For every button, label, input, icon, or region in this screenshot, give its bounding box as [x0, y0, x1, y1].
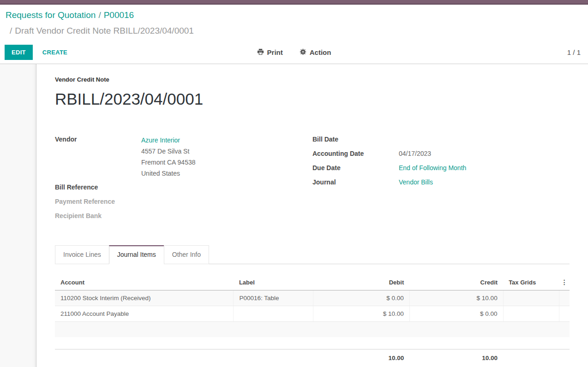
action-button[interactable]: Action	[300, 48, 331, 57]
vendor-value: Azure Interior 4557 De Silva St Fremont …	[141, 135, 196, 179]
cell-credit: $ 10.00	[409, 290, 503, 306]
totals-empty	[559, 349, 570, 366]
main-content: Vendor Credit Note RBILL/2023/04/0001 Ve…	[0, 64, 588, 367]
column-header-account[interactable]: Account	[55, 274, 234, 290]
cell-debit: $ 0.00	[313, 290, 410, 306]
vendor-link[interactable]: Azure Interior	[141, 136, 180, 144]
bill-reference-field[interactable]: Bill Reference	[55, 183, 312, 192]
column-header-tax-grids[interactable]: Tax Grids	[503, 274, 559, 290]
brand-top-bar	[0, 0, 588, 5]
breadcrumb-separator: /	[96, 10, 103, 20]
accounting-date-label: Accounting Date	[312, 149, 399, 159]
journal-label: Journal	[312, 178, 399, 187]
total-debit: 10.00	[313, 349, 410, 366]
pager[interactable]: 1 / 1	[567, 48, 581, 56]
printer-icon	[257, 48, 264, 57]
due-date-link[interactable]: End of Following Month	[399, 164, 466, 172]
document-type-label: Vendor Credit Note	[55, 76, 570, 83]
vendor-field: Vendor Azure Interior 4557 De Silva St F…	[55, 135, 312, 179]
column-header-label[interactable]: Label	[234, 274, 313, 290]
table-header-row: Account Label Debit Credit Tax Grids ⋮	[55, 274, 570, 290]
left-gutter	[0, 64, 36, 367]
field-group-right: Bill Date Accounting Date 04/17/2023 Due…	[312, 135, 570, 225]
totals-row: 10.00 10.00	[55, 349, 570, 366]
control-bar: EDIT CREATE Print	[0, 41, 588, 64]
spacer-row	[55, 337, 570, 349]
print-button[interactable]: Print	[257, 48, 283, 57]
payment-reference-field[interactable]: Payment Reference	[55, 197, 312, 207]
vendor-street: 4557 De Silva St	[141, 146, 196, 157]
action-label: Action	[310, 48, 331, 56]
form-sheet: Vendor Credit Note RBILL/2023/04/0001 Ve…	[36, 64, 588, 367]
tab-invoice-lines[interactable]: Invoice Lines	[55, 245, 109, 264]
field-groups: Vendor Azure Interior 4557 De Silva St F…	[55, 135, 570, 225]
breadcrumb-current-label: Draft Vendor Credit Note RBILL/2023/04/0…	[15, 26, 194, 36]
accounting-date-field: Accounting Date 04/17/2023	[312, 149, 570, 159]
document-title: RBILL/2023/04/0001	[55, 89, 570, 109]
journal-field: Journal Vendor Bills	[312, 178, 570, 187]
column-header-credit[interactable]: Credit	[409, 274, 503, 290]
journal-link[interactable]: Vendor Bills	[399, 178, 433, 186]
vendor-city: Fremont CA 94538	[141, 157, 196, 168]
vendor-label: Vendor	[55, 135, 141, 179]
breadcrumb: Requests for Quotation/P00016 /Draft Ven…	[0, 5, 588, 41]
cell-credit: $ 0.00	[409, 306, 503, 322]
cell-tax-grids	[503, 290, 559, 306]
optional-columns-icon[interactable]: ⋮	[561, 278, 568, 286]
column-header-debit[interactable]: Debit	[313, 274, 410, 290]
due-date-label: Due Date	[312, 163, 399, 173]
center-actions: Print Action	[0, 41, 588, 64]
bill-date-field[interactable]: Bill Date	[312, 135, 570, 144]
table-row[interactable]: 110200 Stock Interim (Received) P00016: …	[55, 290, 570, 306]
cell-tax-grids	[503, 306, 559, 322]
totals-empty	[55, 349, 234, 366]
cell-account: 211000 Account Payable	[55, 306, 234, 322]
vendor-country: United States	[141, 168, 196, 179]
cell-debit: $ 10.00	[313, 306, 410, 322]
cell-label: P00016: Table	[234, 290, 313, 306]
empty-row	[55, 322, 570, 337]
journal-items-table: Account Label Debit Credit Tax Grids ⋮ 1…	[55, 274, 570, 366]
notebook-tabs: Invoice Lines Journal Items Other Info	[55, 245, 570, 264]
print-label: Print	[267, 48, 283, 56]
cell-menu	[559, 306, 570, 322]
breadcrumb-separator-2: /	[10, 26, 15, 36]
tab-journal-items[interactable]: Journal Items	[109, 245, 164, 264]
breadcrumb-link-requests-for-quotation[interactable]: Requests for Quotation	[6, 10, 96, 20]
recipient-bank-field[interactable]: Recipient Bank	[55, 211, 312, 221]
table-row[interactable]: 211000 Account Payable $ 10.00 $ 0.00	[55, 306, 570, 322]
breadcrumb-line-1: Requests for Quotation/P00016	[6, 10, 581, 21]
gear-icon	[300, 48, 306, 57]
due-date-field: Due Date End of Following Month	[312, 163, 570, 173]
accounting-date-value: 04/17/2023	[399, 149, 431, 159]
recipient-bank-label: Recipient Bank	[55, 211, 141, 221]
field-group-left: Vendor Azure Interior 4557 De Silva St F…	[55, 135, 312, 225]
breadcrumb-link-p00016[interactable]: P00016	[104, 10, 134, 20]
cell-label	[234, 306, 313, 322]
total-credit: 10.00	[409, 349, 503, 366]
bill-reference-label: Bill Reference	[55, 183, 141, 192]
bill-date-label: Bill Date	[312, 135, 399, 144]
totals-empty	[503, 349, 559, 366]
tab-other-info[interactable]: Other Info	[164, 245, 209, 264]
totals-empty	[234, 349, 313, 366]
payment-reference-label: Payment Reference	[55, 197, 141, 207]
breadcrumb-current-item: /Draft Vendor Credit Note RBILL/2023/04/…	[6, 25, 581, 36]
cell-menu	[559, 290, 570, 306]
cell-account: 110200 Stock Interim (Received)	[55, 290, 234, 306]
